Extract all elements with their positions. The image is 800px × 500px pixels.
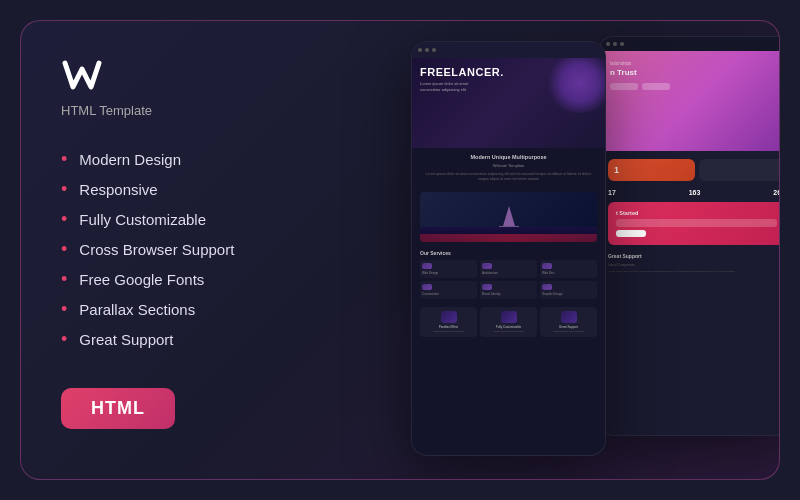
service-icon-1	[422, 263, 432, 269]
feature-item: Modern Design	[61, 150, 351, 168]
browser-dot	[620, 42, 624, 46]
main-section-text: Lorem ipsum dolor sit amet consectetur a…	[420, 172, 597, 182]
hero-blob-decoration	[545, 58, 605, 113]
main-services: Our Services Web Design Architecture	[412, 246, 605, 303]
logo-area	[61, 57, 351, 93]
sec-hero-buttons	[610, 83, 780, 90]
card-icon-3	[561, 311, 577, 323]
service-label-5: Brand Identity	[482, 292, 535, 296]
left-panel: HTML Template Modern Design Responsive F…	[21, 21, 391, 479]
main-image-box	[420, 192, 597, 242]
feature-item: Parallax Sections	[61, 300, 351, 318]
sec-stats-grid: 1	[600, 151, 780, 189]
service-label-1: Web Design	[422, 271, 475, 275]
main-services-title: Our Services	[420, 250, 597, 256]
sail-base	[499, 226, 519, 227]
sec-stat-dark	[699, 159, 781, 181]
main-hero: FREELANCER. Lorem ipsum dolor sit ametco…	[412, 58, 605, 148]
sec-stat-item-1: 17	[608, 189, 616, 196]
card-customizable: Fully Customizable Lorem ipsum dolor sit…	[480, 307, 537, 337]
brand-logo-icon	[61, 57, 103, 93]
sec-stat-item-2: 163	[689, 189, 701, 196]
service-item-4: Construction	[420, 281, 477, 299]
feature-item: Free Google Fonts	[61, 270, 351, 288]
card-title-1: Parallax Effect	[423, 325, 474, 329]
sec-cta-btn	[616, 230, 646, 237]
card-text-2: Lorem ipsum dolor sit amet	[483, 330, 534, 333]
main-cards-section: Parallax Effect Lorem ipsum dolor sit am…	[412, 303, 605, 341]
browser-dot	[613, 42, 617, 46]
mockup-main: FREELANCER. Lorem ipsum dolor sit ametco…	[411, 41, 606, 456]
card-text-1: Lorem ipsum dolor sit amet	[423, 330, 474, 333]
sail-icon	[503, 206, 515, 226]
service-icon-3	[542, 263, 552, 269]
service-label-6: Graphic Design	[542, 292, 595, 296]
sec-stat-item-3: 26k	[773, 189, 780, 196]
service-item-3: Web Dev	[540, 260, 597, 278]
sec-gs-text: Lots of Components Lorem ipsum dolor sit…	[608, 263, 780, 273]
sec-stat-orange: 1	[608, 159, 695, 181]
browser-dot-r	[418, 48, 422, 52]
feature-item: Great Support	[61, 330, 351, 348]
service-label-3: Web Dev	[542, 271, 595, 275]
sec-gs-title: Great Support	[608, 253, 780, 259]
mockup-secondary: lationships n Trust 1 17	[599, 36, 780, 436]
browser-dot-b	[432, 48, 436, 52]
sec-stat-row: 17 163 26k	[600, 189, 780, 196]
secondary-browser-bar	[600, 37, 780, 51]
features-list: Modern Design Responsive Fully Customiza…	[61, 150, 351, 360]
feature-item: Fully Customizable	[61, 210, 351, 228]
sec-cta: t Started	[608, 202, 780, 245]
main-image-wrapper	[412, 192, 605, 242]
service-item-6: Graphic Design	[540, 281, 597, 299]
sec-btn-2	[642, 83, 670, 90]
service-item-5: Brand Identity	[480, 281, 537, 299]
service-item-2: Architecture	[480, 260, 537, 278]
sec-val-2: 163	[689, 189, 701, 196]
sec-cta-title: t Started	[616, 210, 777, 216]
product-card: HTML Template Modern Design Responsive F…	[20, 20, 780, 480]
service-item-1: Web Design	[420, 260, 477, 278]
card-icon-1	[441, 311, 457, 323]
service-label-2: Architecture	[482, 271, 535, 275]
sec-stat-number: 1	[614, 165, 689, 175]
card-title-2: Fully Customizable	[483, 325, 534, 329]
main-section-subtitle: Website Template	[420, 163, 597, 168]
browser-dot	[606, 42, 610, 46]
card-support: Great Support Lorem ipsum dolor sit amet	[540, 307, 597, 337]
main-services-grid: Web Design Architecture Web Dev Con	[420, 260, 597, 299]
sail-wrapper	[499, 206, 519, 227]
main-section-title: Modern Unique Multipurpose	[420, 154, 597, 160]
service-icon-5	[482, 284, 492, 290]
sec-hero-title: n Trust	[610, 68, 780, 78]
service-label-4: Construction	[422, 292, 475, 296]
html-badge: HTML	[61, 388, 175, 429]
sec-val-3: 26k	[773, 189, 780, 196]
logo-subtitle: HTML Template	[61, 103, 351, 118]
browser-dot-g	[425, 48, 429, 52]
service-icon-6	[542, 284, 552, 290]
card-parallax: Parallax Effect Lorem ipsum dolor sit am…	[420, 307, 477, 337]
water-glow	[420, 234, 597, 242]
sec-btn-1	[610, 83, 638, 90]
service-icon-2	[482, 263, 492, 269]
sec-great-support: Great Support Lots of Components Lorem i…	[600, 245, 780, 281]
feature-item: Responsive	[61, 180, 351, 198]
card-icon-2	[501, 311, 517, 323]
feature-item: Cross Browser Support	[61, 240, 351, 258]
sec-hero-label: lationships	[610, 61, 780, 66]
secondary-hero: lationships n Trust	[600, 51, 780, 151]
card-text-3: Lorem ipsum dolor sit amet	[543, 330, 594, 333]
service-icon-4	[422, 284, 432, 290]
main-content-section: Modern Unique Multipurpose Website Templ…	[412, 148, 605, 188]
sec-cta-input	[616, 219, 777, 227]
card-title-3: Great Support	[543, 325, 594, 329]
mockup-main-inner: FREELANCER. Lorem ipsum dolor sit ametco…	[412, 42, 605, 455]
right-panel: lationships n Trust 1 17	[391, 21, 779, 479]
sec-val-1: 17	[608, 189, 616, 196]
html-badge-label: HTML	[91, 398, 145, 418]
main-browser-bar	[412, 42, 605, 58]
